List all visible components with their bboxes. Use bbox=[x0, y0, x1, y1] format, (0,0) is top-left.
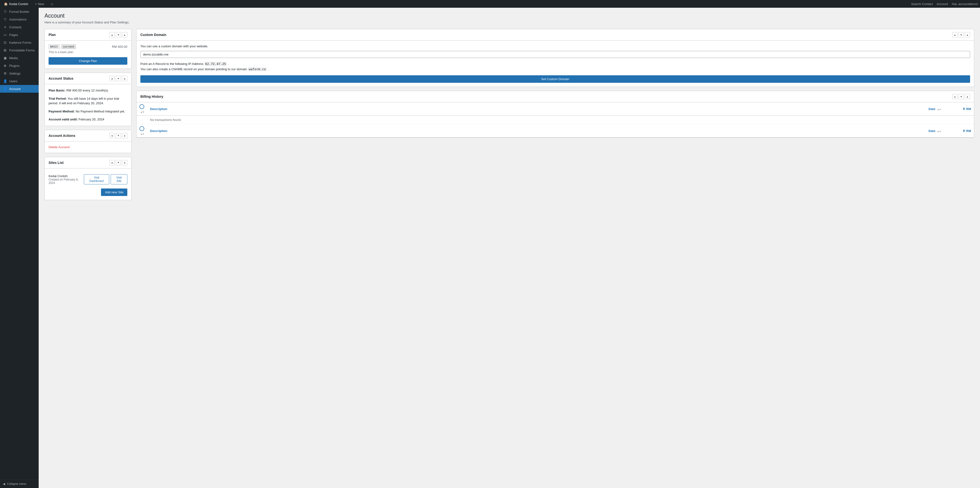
site-name: Kedai Contoh bbox=[9, 2, 28, 6]
site-info: Kedai Contoh Created on February 6, 2024 bbox=[49, 174, 84, 185]
sidebar-item-label: Pages bbox=[9, 33, 18, 37]
panels-right: Custom Domain ▲ ▼ ▲ You can use a custom… bbox=[136, 29, 974, 138]
change-plan-button[interactable]: Change Plan bbox=[49, 57, 127, 65]
sidebar-item-settings[interactable]: ⚙ Settings bbox=[0, 70, 39, 77]
sidebar-item-contacts[interactable]: ≡ Contacts bbox=[0, 23, 39, 31]
domain-collapse-down-button[interactable]: ▼ bbox=[958, 32, 964, 37]
domain-collapse-up-button[interactable]: ▲ bbox=[952, 32, 958, 37]
actions-collapse-up-button[interactable]: ▲ bbox=[110, 133, 115, 138]
actions-collapse-down-button[interactable]: ▼ bbox=[116, 133, 121, 138]
sites-collapse-down-button[interactable]: ▼ bbox=[116, 160, 121, 165]
plan-info: BASIC current RM 400.00 bbox=[49, 44, 127, 49]
billing-col-rm-header[interactable]: ⬆ RM bbox=[955, 102, 974, 116]
billing-footer-date-header[interactable]: Date ▲▼ bbox=[926, 124, 955, 138]
no-transactions-row: No transactions found. bbox=[137, 116, 974, 124]
settings-icon: ⚙ bbox=[3, 71, 7, 75]
funnel-builder-icon: ▽ bbox=[3, 10, 7, 14]
kadence-forms-icon: ⊡ bbox=[3, 41, 7, 44]
sidebar-item-label: Kadence Forms bbox=[9, 41, 32, 44]
date-sort-icons[interactable]: ▲▼ bbox=[937, 108, 941, 111]
collapse-menu-button[interactable]: ◀ Collapse menu bbox=[0, 480, 39, 488]
new-button[interactable]: + New bbox=[33, 2, 46, 6]
billing-footer-icon-header: ▲▼ bbox=[137, 124, 147, 138]
billing-history-actions: ▲ ▼ ▲ bbox=[952, 94, 970, 99]
account-valid-label: Account valid until: bbox=[49, 117, 78, 121]
account-icon: 👤 bbox=[3, 87, 7, 91]
billing-history-body: ▲▼ Description Date ▲▼ bbox=[137, 102, 974, 138]
payment-method-label: Payment Method: bbox=[49, 109, 75, 113]
automations-icon: ▽ bbox=[3, 17, 7, 21]
status-collapse-down-button[interactable]: ▼ bbox=[116, 76, 121, 81]
plan-current-badge: current bbox=[61, 44, 76, 49]
sidebar-item-label: Automations bbox=[9, 17, 27, 21]
search-contact-link[interactable]: Search Contact bbox=[911, 2, 933, 6]
billing-table: ▲▼ Description Date ▲▼ bbox=[137, 102, 974, 138]
site-item: Kedai Contoh Created on February 6, 2024… bbox=[49, 172, 127, 187]
account-status-actions: ▲ ▼ ▲ bbox=[110, 76, 127, 81]
sites-collapse-up-button[interactable]: ▲ bbox=[110, 160, 115, 165]
sidebar-item-label: Formidable Forms bbox=[9, 49, 35, 52]
account-valid-value: February 20, 2024 bbox=[78, 117, 104, 121]
sidebar-item-formidable-forms[interactable]: ⊞ Formidable Forms bbox=[0, 46, 39, 54]
billing-collapse-up-button[interactable]: ▲ bbox=[952, 94, 958, 99]
diamond-icon-button[interactable]: ◇ bbox=[49, 2, 55, 6]
sidebar-item-funnel-builder[interactable]: ▽ Funnel Builder bbox=[0, 8, 39, 16]
plus-icon: + bbox=[35, 2, 37, 6]
billing-footer-rm-header[interactable]: ⬆ RM bbox=[955, 124, 974, 138]
site-name: Kedai Contoh bbox=[49, 174, 84, 178]
users-icon: 👤 bbox=[3, 79, 7, 83]
no-transactions-icon-cell bbox=[137, 116, 147, 124]
sites-list-card: Sites List ▲ ▼ ▲ Kedai Contoh Created on… bbox=[45, 157, 131, 200]
billing-close-button[interactable]: ▲ bbox=[965, 94, 970, 99]
plan-basic-value: RM 400.00 every 12 month(s). bbox=[67, 89, 109, 92]
status-close-button[interactable]: ▲ bbox=[122, 76, 127, 81]
site-date: Created on February 6, 2024 bbox=[49, 178, 84, 185]
billing-history-title: Billing History bbox=[140, 95, 952, 98]
site-logo[interactable]: 🏠 Kedai Contoh bbox=[2, 2, 30, 6]
sidebar-item-pages[interactable]: ▭ Pages bbox=[0, 31, 39, 39]
sidebar-item-users[interactable]: 👤 Users bbox=[0, 77, 39, 85]
delete-account-link[interactable]: Delete Account bbox=[49, 145, 70, 149]
sites-close-button[interactable]: ▲ bbox=[122, 160, 127, 165]
billing-collapse-down-button[interactable]: ▼ bbox=[958, 94, 964, 99]
domain-input[interactable] bbox=[140, 51, 970, 58]
set-custom-domain-button[interactable]: Set Custom Domain bbox=[140, 75, 970, 83]
plan-close-button[interactable]: ▲ bbox=[122, 32, 127, 37]
status-collapse-up-button[interactable]: ▲ bbox=[110, 76, 115, 81]
sidebar-item-label: Settings bbox=[9, 72, 21, 75]
page-title: Account bbox=[45, 13, 974, 19]
plan-collapse-down-button[interactable]: ▼ bbox=[116, 32, 121, 37]
date-sort-icons-footer[interactable]: ▲▼ bbox=[937, 130, 941, 133]
col-icon-sort-footer[interactable]: ▲▼ bbox=[140, 133, 144, 135]
account-link[interactable]: Account bbox=[937, 2, 948, 6]
add-site-row: Add new Site bbox=[49, 187, 127, 196]
col-icon-sort[interactable]: ▲▼ bbox=[140, 111, 144, 113]
plan-card-header: Plan ▲ ▼ ▲ bbox=[45, 29, 131, 41]
topbar-left: 🏠 Kedai Contoh + New ◇ bbox=[2, 2, 911, 6]
billing-table-header-row: ▲▼ Description Date ▲▼ bbox=[137, 102, 974, 116]
sidebar-item-media[interactable]: ▣ Media bbox=[0, 54, 39, 62]
circle-sort-icon-footer bbox=[139, 126, 144, 131]
domain-close-button[interactable]: ▲ bbox=[965, 32, 970, 37]
sidebar-item-kadence-forms[interactable]: ⊡ Kadence Forms bbox=[0, 39, 39, 46]
domain-info-line1: Point an A Record to the following IP Ad… bbox=[140, 62, 204, 66]
domain-info: Point an A Record to the following IP Ad… bbox=[140, 61, 970, 72]
account-actions-card: Account Actions ▲ ▼ ▲ Delete Account bbox=[45, 130, 131, 153]
sidebar-item-automations[interactable]: ▽ Automations bbox=[0, 16, 39, 23]
billing-footer-description-header[interactable]: Description bbox=[147, 124, 926, 138]
domain-description: You can use a custom domain with your we… bbox=[140, 44, 970, 48]
visit-dashboard-button[interactable]: Visit Dashboard bbox=[84, 174, 109, 184]
billing-col-description-header[interactable]: Description bbox=[147, 102, 926, 116]
sidebar-item-label: Users bbox=[9, 79, 18, 83]
sidebar-item-account[interactable]: 👤 Account bbox=[0, 85, 39, 93]
add-new-site-button[interactable]: Add new Site bbox=[101, 189, 127, 196]
sidebar-item-plugins[interactable]: ⊕ Plugins bbox=[0, 62, 39, 70]
account-status-header: Account Status ▲ ▼ ▲ bbox=[45, 73, 131, 84]
visit-site-button[interactable]: Visit Site bbox=[111, 174, 127, 184]
plan-type-badge: BASIC bbox=[49, 44, 60, 49]
sites-list-body: Kedai Contoh Created on February 6, 2024… bbox=[45, 168, 131, 200]
plan-collapse-up-button[interactable]: ▲ bbox=[110, 32, 115, 37]
actions-close-button[interactable]: ▲ bbox=[122, 133, 127, 138]
topbar-right: Search Contact Account Hai, accountdemo! bbox=[911, 2, 978, 6]
billing-col-date-header[interactable]: Date ▲▼ bbox=[926, 102, 955, 116]
